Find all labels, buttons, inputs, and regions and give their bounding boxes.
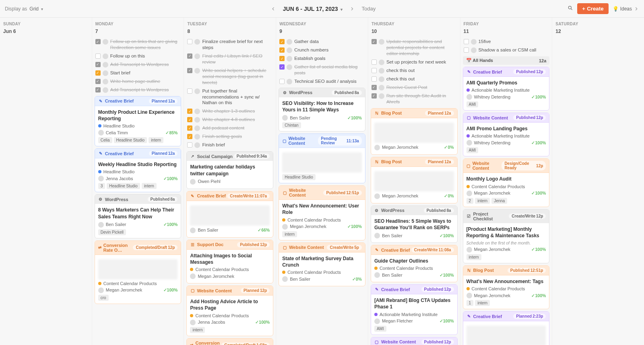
content-card[interactable]: ⇄Conversion Rate …Completed/Draft 1:58pC…	[186, 338, 273, 345]
task-checkbox[interactable]	[95, 70, 101, 76]
task-row[interactable]: Update responsibilities and potential pr…	[371, 37, 458, 58]
content-card[interactable]: ▢Website ContentPublished 12:51pWhat's N…	[279, 185, 365, 240]
content-card[interactable]: ℕBlog PostPlanned 12aMegan Jeromchek✓0%	[371, 108, 458, 155]
content-card[interactable]: ✎Creative BriefPlanned 12aMonthly Produc…	[95, 96, 182, 146]
task-checkbox[interactable]	[464, 39, 469, 44]
task-checkbox[interactable]	[372, 85, 377, 90]
next-range-button[interactable]	[347, 4, 357, 14]
tag[interactable]: 1	[466, 300, 474, 306]
task-checkbox[interactable]	[279, 47, 285, 53]
task-checkbox[interactable]	[95, 53, 101, 59]
task-row[interactable]: Add podcast content	[186, 124, 273, 132]
task-checkbox[interactable]	[95, 62, 101, 67]
task-row[interactable]: Add Transcript to Wordpress	[95, 86, 182, 94]
content-card[interactable]: ▢Website ContentPending Review 11:13aHea…	[279, 133, 365, 183]
create-button[interactable]: + Create	[577, 3, 608, 14]
task-row[interactable]: Write home page outline	[95, 77, 182, 86]
task-row[interactable]: check this out	[371, 66, 458, 75]
task-row[interactable]: Add Transcript to Wordpress	[95, 60, 182, 69]
tag[interactable]: Celia	[98, 137, 112, 143]
tag[interactable]: cro	[98, 295, 109, 301]
tag[interactable]: intern	[475, 300, 490, 306]
tag[interactable]: AMI	[374, 326, 386, 332]
task-row[interactable]: check this out	[371, 75, 458, 83]
task-row[interactable]: Receive Guest Post	[371, 83, 458, 92]
content-card[interactable]: ✎Creative BriefPlanned 2:23pMegan Fletch…	[463, 311, 550, 345]
tag[interactable]: intern	[282, 231, 297, 237]
content-card[interactable]: ✎Creative BriefPlanned 12aWeekly Headlin…	[95, 148, 182, 192]
task-checkbox[interactable]	[187, 88, 192, 94]
ideas-button[interactable]: 💡 Ideas	[613, 6, 639, 12]
task-checkbox[interactable]	[279, 64, 285, 70]
task-checkbox[interactable]	[187, 142, 192, 148]
tag[interactable]: 3	[98, 183, 105, 189]
search-button[interactable]	[568, 5, 573, 12]
task-row[interactable]: Finish setting goals	[186, 132, 273, 141]
tag[interactable]: intern	[190, 327, 205, 333]
tag[interactable]: intern	[466, 254, 481, 260]
tag[interactable]: intern	[149, 137, 163, 143]
task-row[interactable]: Shadow a sales or CSM call	[463, 46, 550, 54]
task-row[interactable]: Gather list of social media blog posts	[279, 63, 365, 77]
task-row[interactable]: Write social helpers + schedule social m…	[186, 66, 273, 87]
date-range-picker[interactable]: JUN 6 - JUL 17, 2023	[283, 6, 343, 12]
tag[interactable]: AMI	[466, 101, 479, 107]
tag[interactable]: intern	[475, 198, 490, 204]
content-card[interactable]: ✎Creative BriefPublished 12pAMI Quarterl…	[463, 67, 550, 111]
task-checkbox[interactable]	[464, 47, 469, 53]
content-card[interactable]: ✎Creative BriefCreate/Write 11:08aGuide …	[371, 245, 458, 282]
task-row[interactable]: Set up projects for next week	[371, 58, 458, 66]
content-card[interactable]: ☑Project ChecklistCreate/Write 12p[Produ…	[463, 209, 550, 263]
tag[interactable]: 2	[466, 198, 474, 204]
content-card[interactable]: ▢Website ContentPublished 12p[AMI Rebran…	[371, 337, 458, 345]
today-button[interactable]: Today	[362, 6, 376, 12]
task-checkbox[interactable]	[187, 134, 192, 139]
task-checkbox[interactable]	[187, 68, 192, 73]
content-card[interactable]: ▢Website ContentCreate/Write 5pState of …	[279, 242, 365, 286]
task-checkbox[interactable]	[372, 68, 377, 73]
task-checkbox[interactable]	[372, 76, 377, 82]
content-card[interactable]: ▢Website ContentDesign/Code Ready 12pMon…	[463, 158, 550, 207]
tag[interactable]: Headline Studio	[107, 183, 140, 189]
task-row[interactable]: Gather data	[279, 37, 365, 46]
task-checkbox[interactable]	[95, 87, 101, 92]
task-row[interactable]: Put together final recommendations + syn…	[186, 87, 273, 107]
task-row[interactable]: 15five	[463, 37, 550, 46]
task-row[interactable]: Write chapter 4-8 outlines	[186, 115, 273, 124]
task-row[interactable]: Crunch numbers	[279, 46, 365, 54]
task-checkbox[interactable]	[372, 93, 377, 99]
task-row[interactable]: Start brief	[95, 69, 182, 77]
tag[interactable]: Jenna	[491, 198, 507, 204]
tag[interactable]: Chintan	[282, 122, 301, 128]
all-hands-event[interactable]: 📅 All Hands12a	[463, 56, 550, 65]
task-checkbox[interactable]	[187, 53, 192, 59]
content-card[interactable]: ↗Social CampaignPublished 9:34aMarketing…	[186, 151, 273, 189]
content-card[interactable]: ⚙WordPressPublished 8aSEO Headlines: 5 S…	[371, 205, 458, 243]
task-row[interactable]: Run site through Site Audit in Ahrefs	[371, 92, 458, 106]
task-row[interactable]: Follow up on links that are giving Redir…	[95, 37, 182, 52]
task-row[interactable]: Follow up on this	[95, 52, 182, 60]
tag[interactable]: AMI	[466, 147, 479, 153]
content-card[interactable]: ▢Website ContentPublished 12pAMI Promo L…	[463, 113, 550, 156]
task-checkbox[interactable]	[187, 125, 192, 131]
task-row[interactable]: Establish goals	[279, 54, 365, 63]
content-card[interactable]: ℕBlog PostPlanned 12aMegan Jeromchek✓0%	[371, 157, 458, 203]
task-checkbox[interactable]	[279, 79, 285, 84]
content-card[interactable]: ✎Creative BriefCreate/Write 11:07aBen Sa…	[186, 191, 273, 238]
task-checkbox[interactable]	[95, 39, 101, 44]
task-checkbox[interactable]	[95, 79, 101, 84]
task-checkbox[interactable]	[372, 39, 377, 44]
tag[interactable]: Headline Studio	[282, 174, 316, 180]
task-checkbox[interactable]	[187, 39, 192, 44]
content-card[interactable]: ⇄Conversion Rate O…Completed/Draft 12pCo…	[95, 240, 182, 304]
task-checkbox[interactable]	[279, 56, 285, 61]
task-checkbox[interactable]	[372, 60, 377, 65]
task-row[interactable]: Final edits / Libsyn link / SEO review	[186, 52, 273, 66]
content-card[interactable]: ⚙WordPressPublished 8a8 Ways Marketers C…	[95, 194, 182, 238]
task-row[interactable]: Finalize creative brief for next steps	[186, 37, 273, 52]
task-row[interactable]: Technical SEO audit / analysis	[279, 77, 365, 86]
content-card[interactable]: ☰Support DocPublished 12pAttaching Image…	[186, 240, 273, 283]
task-row[interactable]: Finish brief	[186, 141, 273, 149]
content-card[interactable]: ⚙WordPressPublished 8aSEO Visibility: Ho…	[279, 88, 365, 131]
display-mode-select[interactable]: Grid	[29, 6, 43, 12]
